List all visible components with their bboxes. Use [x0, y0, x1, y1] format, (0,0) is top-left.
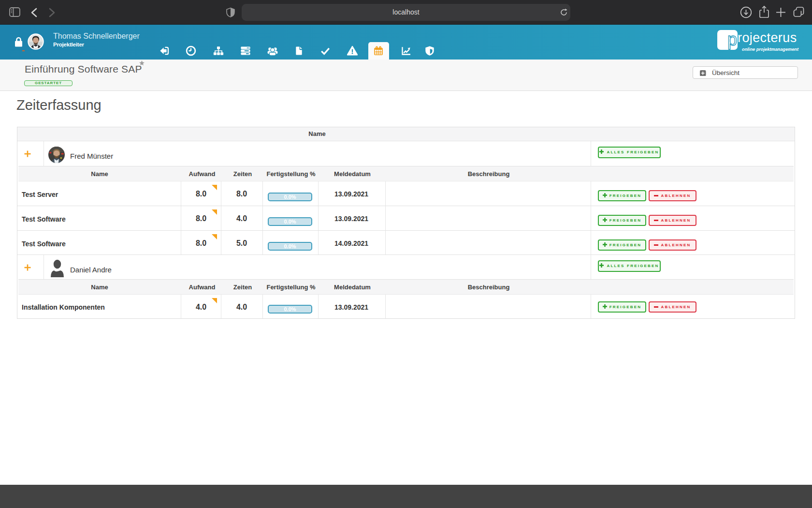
- svg-text:online projektmanagement: online projektmanagement: [742, 47, 799, 52]
- svg-text:p: p: [727, 30, 737, 49]
- svg-text:rojecterus: rojecterus: [738, 30, 797, 45]
